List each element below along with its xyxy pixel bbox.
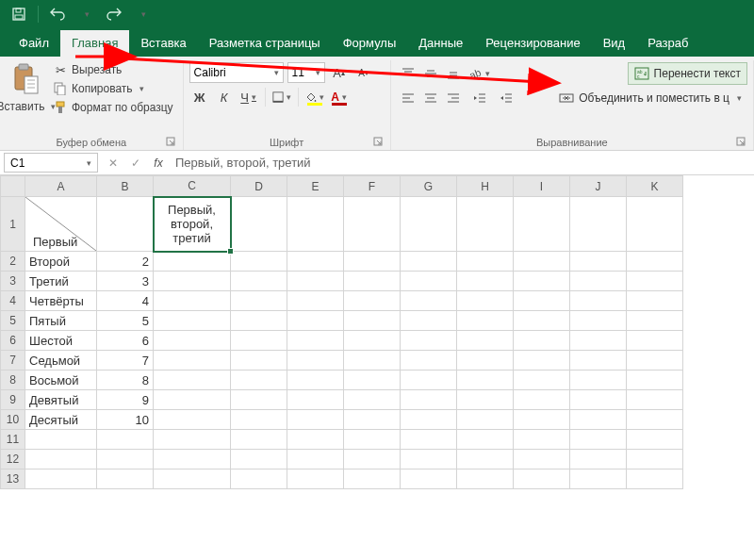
cell[interactable]	[154, 430, 231, 450]
align-center-button[interactable]	[419, 88, 442, 108]
cell[interactable]	[344, 410, 401, 430]
align-middle-button[interactable]	[419, 63, 442, 84]
cell[interactable]	[287, 469, 344, 489]
cell[interactable]	[401, 272, 457, 291]
cell[interactable]	[457, 410, 514, 430]
cell[interactable]: 7	[97, 351, 154, 371]
cell[interactable]	[231, 331, 287, 351]
cell[interactable]	[457, 272, 514, 291]
increase-indent-button[interactable]	[495, 88, 517, 108]
tab-insert[interactable]: Вставка	[129, 30, 197, 57]
orientation-button[interactable]: ab	[468, 63, 491, 84]
align-right-button[interactable]	[442, 88, 465, 108]
cell[interactable]	[401, 390, 457, 410]
cell[interactable]	[231, 311, 287, 331]
undo-dropdown[interactable]	[73, 2, 99, 26]
cut-button[interactable]: ✂ Вырезать	[49, 60, 177, 79]
tab-pagelayout[interactable]: Разметка страницы	[198, 30, 332, 57]
tab-review[interactable]: Рецензирование	[474, 30, 591, 57]
cell[interactable]	[344, 197, 401, 252]
cell[interactable]	[627, 311, 683, 331]
cell[interactable]	[344, 252, 401, 272]
col-header[interactable]: K	[627, 176, 683, 197]
cell[interactable]	[401, 351, 457, 371]
cell[interactable]: 2	[97, 252, 154, 272]
cell[interactable]	[570, 351, 627, 371]
cell[interactable]	[154, 351, 231, 371]
cell[interactable]	[154, 272, 231, 291]
cell[interactable]	[287, 291, 344, 311]
name-box[interactable]: C1 ▾	[4, 153, 98, 173]
cell[interactable]: Седьмой	[25, 351, 97, 371]
cell[interactable]	[344, 351, 401, 371]
redo-button[interactable]	[101, 2, 127, 26]
cell[interactable]	[231, 252, 287, 272]
cell[interactable]	[514, 430, 570, 450]
cell[interactable]: 8	[97, 371, 154, 390]
cell[interactable]: 5	[97, 311, 154, 331]
col-header[interactable]: I	[514, 176, 570, 197]
cell[interactable]	[514, 331, 570, 351]
cell[interactable]: 6	[97, 331, 154, 351]
cell[interactable]	[287, 272, 344, 291]
cell[interactable]	[97, 197, 154, 252]
tab-file[interactable]: Файл	[8, 30, 60, 57]
cell[interactable]	[25, 430, 97, 450]
spreadsheet-grid[interactable]: A B C D E F G H I J K 1ПервыйПервый, вто…	[0, 175, 754, 489]
cell[interactable]	[401, 410, 457, 430]
select-all-corner[interactable]	[1, 176, 25, 197]
align-bottom-button[interactable]	[442, 63, 465, 84]
cell[interactable]	[154, 311, 231, 331]
cell[interactable]: Третий	[25, 272, 97, 291]
cell[interactable]	[231, 390, 287, 410]
cell[interactable]	[627, 272, 683, 291]
cell[interactable]	[627, 331, 683, 351]
cell[interactable]: Первый	[25, 197, 97, 252]
cell[interactable]	[344, 390, 401, 410]
cell[interactable]	[570, 410, 627, 430]
alignment-launcher[interactable]	[736, 137, 746, 146]
cell[interactable]: 10	[97, 410, 154, 430]
col-header[interactable]: B	[97, 176, 154, 197]
cell[interactable]	[457, 430, 514, 450]
cell[interactable]	[287, 430, 344, 450]
cell[interactable]	[287, 331, 344, 351]
row-header[interactable]: 1	[1, 197, 25, 252]
clipboard-launcher[interactable]	[166, 137, 175, 146]
cancel-formula-button[interactable]: ✕	[102, 151, 124, 174]
cell[interactable]	[154, 291, 231, 311]
cell[interactable]	[570, 272, 627, 291]
col-header[interactable]: F	[344, 176, 401, 197]
cell[interactable]	[457, 197, 514, 252]
cell[interactable]	[627, 450, 683, 469]
cell[interactable]	[457, 331, 514, 351]
cell[interactable]	[627, 371, 683, 390]
italic-button[interactable]: К	[214, 87, 235, 107]
cell[interactable]	[514, 410, 570, 430]
font-color-button[interactable]: A	[329, 87, 350, 107]
cell[interactable]	[570, 331, 627, 351]
column-headers[interactable]: A B C D E F G H I J K	[1, 176, 683, 197]
row-header[interactable]: 9	[1, 390, 25, 410]
cell[interactable]	[154, 390, 231, 410]
cell[interactable]	[514, 311, 570, 331]
cell[interactable]	[154, 469, 231, 489]
font-face-select[interactable]: Calibri▾	[189, 62, 284, 83]
cell[interactable]	[570, 311, 627, 331]
cell[interactable]	[231, 430, 287, 450]
row-header[interactable]: 3	[1, 272, 25, 291]
cell[interactable]	[344, 450, 401, 469]
cell[interactable]: 9	[97, 390, 154, 410]
cell[interactable]	[457, 291, 514, 311]
fx-button[interactable]: fx	[147, 151, 170, 174]
col-header[interactable]: A	[25, 176, 97, 197]
cell[interactable]	[457, 371, 514, 390]
cell[interactable]	[570, 291, 627, 311]
decrease-indent-button[interactable]	[468, 88, 491, 108]
cell[interactable]	[97, 450, 154, 469]
cell[interactable]	[344, 371, 401, 390]
cell[interactable]	[154, 371, 231, 390]
cell[interactable]: Четвёрты	[25, 291, 97, 311]
cell[interactable]	[344, 430, 401, 450]
cell[interactable]	[97, 469, 154, 489]
